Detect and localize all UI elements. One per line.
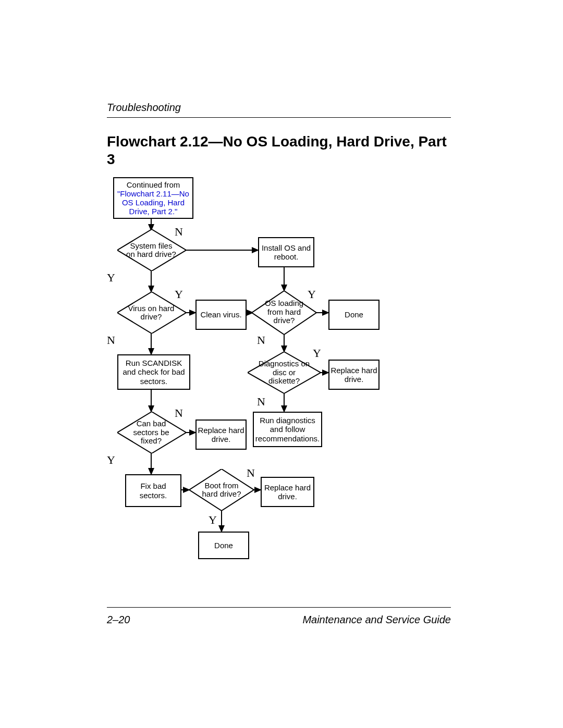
yn-d1-y: Y: [107, 271, 115, 285]
yn-d3-n: N: [257, 334, 265, 347]
yn-d5-n: N: [175, 406, 183, 420]
yn-d4-n: N: [257, 395, 265, 409]
guide-name: Maintenance and Service Guide: [302, 614, 451, 626]
page-title: Flowchart 2.12—No OS Loading, Hard Drive…: [107, 133, 451, 168]
node-fixbad: Fix bad sectors.: [125, 474, 181, 507]
node-rundiag: Run diagnostics and follow recommendatio…: [253, 412, 322, 447]
start-link[interactable]: "Flowchart 2.11—No OS Loading, Hard Driv…: [115, 189, 191, 216]
d5-label: Can bad sectors be fixed?: [125, 419, 177, 446]
yn-d6-y: Y: [209, 513, 217, 527]
yn-d2-y: Y: [175, 288, 183, 301]
d2-label: Virus on hard drive?: [125, 300, 177, 325]
yn-d2-n: N: [107, 334, 115, 347]
node-scandisk: Run SCANDISK and check for bad sectors.: [117, 354, 190, 390]
yn-d1-n: N: [175, 225, 183, 239]
d1-label: System files on hard drive?: [125, 238, 177, 263]
node-done2: Done: [198, 532, 249, 559]
d6-label: Boot from hard drive?: [197, 480, 246, 499]
node-start: Continued from "Flowchart 2.11—No OS Loa…: [113, 177, 193, 219]
node-done1: Done: [328, 300, 380, 330]
start-pre: Continued from: [127, 180, 180, 189]
node-replace1: Replace hard drive.: [328, 360, 380, 390]
node-replace3: Replace hard drive.: [261, 477, 314, 507]
yn-d6-n: N: [247, 466, 255, 480]
yn-d4-y: Y: [313, 347, 321, 360]
header-rule: [107, 117, 451, 118]
footer-rule: [107, 607, 451, 608]
d3-label: OS loading from hard drive?: [260, 299, 309, 325]
yn-d5-y: Y: [107, 453, 115, 467]
node-install: Install OS and reboot.: [258, 237, 314, 267]
flowchart: Continued from "Flowchart 2.11—No OS Loa…: [107, 177, 451, 604]
node-clean: Clean virus.: [195, 300, 247, 330]
header-section: Troubleshooting: [107, 102, 181, 114]
node-replace2: Replace hard drive.: [195, 419, 247, 450]
yn-d3-y: Y: [308, 288, 316, 301]
page-number: 2–20: [107, 614, 130, 626]
d4-label: Diagnostics on disc or diskette?: [257, 364, 311, 381]
